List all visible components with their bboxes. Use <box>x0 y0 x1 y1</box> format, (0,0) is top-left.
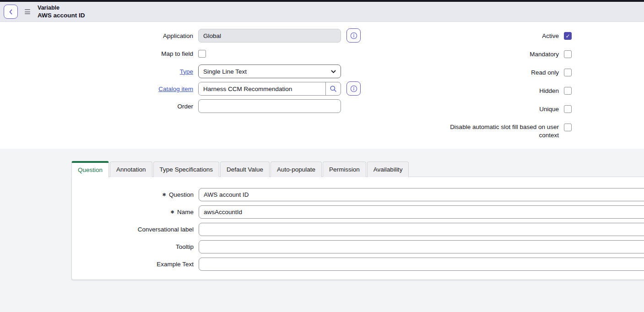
question-tab-panel: ✱Question ✱Name Conversational label Too… <box>71 177 644 280</box>
info-circle-icon <box>350 32 357 39</box>
tab-availability[interactable]: Availability <box>367 161 409 177</box>
tab-permission[interactable]: Permission <box>323 161 366 177</box>
active-label: Active <box>542 32 559 39</box>
map-to-field-row: Map to field <box>0 49 206 58</box>
application-label: Application <box>0 32 193 39</box>
read-only-checkbox[interactable] <box>564 69 572 76</box>
info-circle-icon <box>350 85 357 92</box>
catalog-item-label-link[interactable]: Catalog item <box>158 86 193 92</box>
unique-label: Unique <box>539 106 559 113</box>
tab-auto-populate[interactable]: Auto-populate <box>271 161 322 177</box>
catalog-item-input[interactable] <box>199 82 325 95</box>
order-row: Order <box>0 99 341 113</box>
type-select-value: Single Line Text <box>203 68 247 75</box>
name-row: ✱Name <box>72 205 644 219</box>
example-text-row: Example Text <box>72 258 644 271</box>
variable-form-page: { "header": { "record_type": "Variable",… <box>0 0 644 312</box>
type-label-link[interactable]: Type <box>180 68 193 75</box>
chevron-down-icon <box>330 69 336 75</box>
catalog-item-lookup-button[interactable] <box>325 82 341 95</box>
hidden-checkbox[interactable] <box>564 87 572 95</box>
active-row: Active <box>542 32 572 40</box>
tab-question[interactable]: Question <box>71 161 109 178</box>
name-label: ✱Name <box>72 209 194 215</box>
disable-slot-fill-row: Disable automatic slot fill based on use… <box>444 123 572 140</box>
mandatory-label: Mandatory <box>530 51 559 58</box>
tab-bar: Question Annotation Type Specifications … <box>71 161 410 177</box>
map-to-field-label: Map to field <box>0 50 193 57</box>
hidden-row: Hidden <box>539 87 572 95</box>
question-row: ✱Question <box>72 188 644 201</box>
read-only-label: Read only <box>531 69 559 76</box>
unique-checkbox[interactable] <box>564 105 572 113</box>
hamburger-menu-icon[interactable] <box>25 9 30 14</box>
tooltip-field[interactable] <box>199 240 644 253</box>
form-header: Variable AWS account ID <box>0 2 644 22</box>
application-field[interactable] <box>198 29 341 43</box>
conversational-label-row: Conversational label <box>72 223 644 236</box>
tooltip-label: Tooltip <box>72 243 194 250</box>
disable-slot-fill-checkbox[interactable] <box>564 124 572 131</box>
example-text-field[interactable] <box>199 258 644 271</box>
catalog-item-info-button[interactable] <box>346 81 361 96</box>
mandatory-checkbox[interactable] <box>564 50 572 58</box>
tooltip-row: Tooltip <box>72 240 644 253</box>
question-field[interactable] <box>199 188 644 201</box>
disable-slot-fill-label: Disable automatic slot fill based on use… <box>444 123 559 140</box>
hidden-label: Hidden <box>539 87 559 94</box>
order-field[interactable] <box>198 99 341 113</box>
type-select[interactable]: Single Line Text <box>198 65 341 78</box>
page-title: Variable AWS account ID <box>38 4 85 19</box>
example-text-label: Example Text <box>72 261 194 268</box>
catalog-item-row: Catalog item <box>0 82 341 96</box>
required-asterisk-icon: ✱ <box>171 210 174 215</box>
application-info-button[interactable] <box>346 28 361 43</box>
tab-type-specifications[interactable]: Type Specifications <box>153 161 219 177</box>
type-row: Type Single Line Text <box>0 65 341 78</box>
active-checkbox[interactable] <box>564 32 572 40</box>
mandatory-row: Mandatory <box>530 50 572 58</box>
catalog-item-reference-field <box>198 82 341 96</box>
conversational-label-label: Conversational label <box>72 226 194 233</box>
conversational-label-field[interactable] <box>199 223 644 236</box>
required-asterisk-icon: ✱ <box>162 192 166 197</box>
unique-row: Unique <box>539 105 572 113</box>
magnifier-icon <box>330 85 337 92</box>
tab-annotation[interactable]: Annotation <box>110 161 152 177</box>
tab-default-value[interactable]: Default Value <box>220 161 270 177</box>
order-label: Order <box>0 103 193 110</box>
record-title-label: AWS account ID <box>38 11 85 19</box>
question-label: ✱Question <box>72 191 194 198</box>
back-button[interactable] <box>4 5 18 19</box>
application-row: Application <box>0 29 341 43</box>
chevron-left-icon <box>8 9 14 15</box>
map-to-field-checkbox[interactable] <box>198 50 206 58</box>
name-field[interactable] <box>199 205 644 219</box>
record-type-label: Variable <box>38 4 85 11</box>
read-only-row: Read only <box>531 69 572 76</box>
